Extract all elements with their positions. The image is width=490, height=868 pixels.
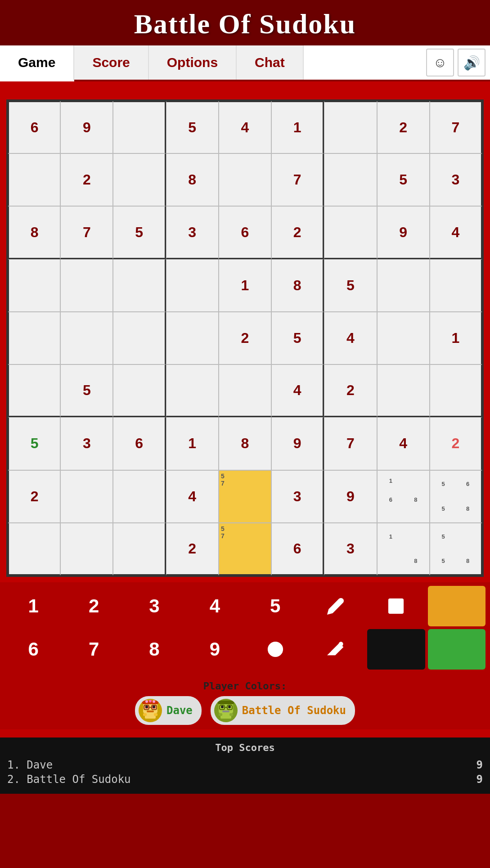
cell-8-1[interactable] xyxy=(60,523,113,576)
cell-5-7[interactable] xyxy=(377,364,430,417)
cell-0-8[interactable]: 7 xyxy=(430,101,482,153)
cell-6-6[interactable]: 7 xyxy=(324,417,377,470)
cell-7-6[interactable]: 9 xyxy=(324,470,377,523)
cell-3-8[interactable] xyxy=(430,259,482,312)
cell-1-2[interactable] xyxy=(113,153,166,206)
cell-3-7[interactable] xyxy=(377,259,430,312)
cell-4-1[interactable] xyxy=(60,312,113,364)
cell-0-4[interactable]: 4 xyxy=(219,101,271,153)
cell-5-4[interactable] xyxy=(219,364,271,417)
numpad-3[interactable]: 3 xyxy=(126,586,183,626)
cell-4-7[interactable] xyxy=(377,312,430,364)
cell-3-1[interactable] xyxy=(60,259,113,312)
numpad-1[interactable]: 1 xyxy=(4,586,62,626)
emoji-button[interactable]: ☺ xyxy=(426,49,454,76)
cell-4-2[interactable] xyxy=(113,312,166,364)
cell-1-4[interactable] xyxy=(219,153,271,206)
cell-7-4[interactable]: 57 xyxy=(219,470,271,523)
color-green-button[interactable] xyxy=(428,629,486,670)
numpad-9[interactable]: 9 xyxy=(186,629,243,670)
cell-2-2[interactable]: 5 xyxy=(113,206,166,259)
cell-5-6[interactable]: 2 xyxy=(324,364,377,417)
cell-2-3[interactable]: 3 xyxy=(166,206,219,259)
cell-6-2[interactable]: 6 xyxy=(113,417,166,470)
cell-4-0[interactable] xyxy=(8,312,60,364)
cell-2-4[interactable]: 6 xyxy=(219,206,271,259)
cell-1-0[interactable] xyxy=(8,153,60,206)
cell-7-7[interactable]: 168 xyxy=(377,470,430,523)
cell-8-5[interactable]: 6 xyxy=(271,523,324,576)
cell-3-0[interactable] xyxy=(8,259,60,312)
sound-button[interactable]: 🔊 xyxy=(458,49,486,76)
cell-5-8[interactable] xyxy=(430,364,482,417)
tab-score[interactable]: Score xyxy=(74,45,148,80)
cell-8-2[interactable] xyxy=(113,523,166,576)
numpad-7[interactable]: 7 xyxy=(65,629,122,670)
cell-6-5[interactable]: 9 xyxy=(271,417,324,470)
cell-0-6[interactable] xyxy=(324,101,377,153)
cell-7-3[interactable]: 4 xyxy=(166,470,219,523)
cell-7-2[interactable] xyxy=(113,470,166,523)
numpad-2[interactable]: 2 xyxy=(65,586,122,626)
cell-0-0[interactable]: 6 xyxy=(8,101,60,153)
cell-2-6[interactable] xyxy=(324,206,377,259)
cell-7-0[interactable]: 2 xyxy=(8,470,60,523)
pencil-button[interactable] xyxy=(307,586,364,626)
numpad-4[interactable]: 4 xyxy=(186,586,243,626)
eraser-button[interactable] xyxy=(307,629,364,670)
cell-2-5[interactable]: 2 xyxy=(271,206,324,259)
numpad-8[interactable]: 8 xyxy=(126,629,183,670)
cell-3-4[interactable]: 1 xyxy=(219,259,271,312)
cell-0-3[interactable]: 5 xyxy=(166,101,219,153)
cell-3-5[interactable]: 8 xyxy=(271,259,324,312)
cell-8-0[interactable] xyxy=(8,523,60,576)
cell-6-7[interactable]: 4 xyxy=(377,417,430,470)
cell-1-5[interactable]: 7 xyxy=(271,153,324,206)
cell-5-0[interactable] xyxy=(8,364,60,417)
cell-0-5[interactable]: 1 xyxy=(271,101,324,153)
tab-options[interactable]: Options xyxy=(149,45,237,80)
cell-0-1[interactable]: 9 xyxy=(60,101,113,153)
cell-0-7[interactable]: 2 xyxy=(377,101,430,153)
cell-2-7[interactable]: 9 xyxy=(377,206,430,259)
cell-6-3[interactable]: 1 xyxy=(166,417,219,470)
cell-6-8[interactable]: 2 xyxy=(430,417,482,470)
cell-2-1[interactable]: 7 xyxy=(60,206,113,259)
cell-7-5[interactable]: 3 xyxy=(271,470,324,523)
cell-1-8[interactable]: 3 xyxy=(430,153,482,206)
cell-4-8[interactable]: 1 xyxy=(430,312,482,364)
cell-5-2[interactable] xyxy=(113,364,166,417)
cell-3-6[interactable]: 5 xyxy=(324,259,377,312)
cell-4-5[interactable]: 5 xyxy=(271,312,324,364)
cell-8-4[interactable]: 57 xyxy=(219,523,271,576)
numpad-6[interactable]: 6 xyxy=(4,629,62,670)
cell-3-2[interactable] xyxy=(113,259,166,312)
no-button[interactable] xyxy=(247,629,304,670)
cell-8-3[interactable]: 2 xyxy=(166,523,219,576)
tab-game[interactable]: Game xyxy=(0,45,74,81)
cell-6-1[interactable]: 3 xyxy=(60,417,113,470)
cell-1-7[interactable]: 5 xyxy=(377,153,430,206)
cell-0-2[interactable] xyxy=(113,101,166,153)
cell-6-4[interactable]: 8 xyxy=(219,417,271,470)
numpad-5[interactable]: 5 xyxy=(247,586,304,626)
cell-1-3[interactable]: 8 xyxy=(166,153,219,206)
color-black-button[interactable] xyxy=(367,629,425,670)
cell-1-6[interactable] xyxy=(324,153,377,206)
cell-8-6[interactable]: 3 xyxy=(324,523,377,576)
cell-1-1[interactable]: 2 xyxy=(60,153,113,206)
cell-4-6[interactable]: 4 xyxy=(324,312,377,364)
cell-5-5[interactable]: 4 xyxy=(271,364,324,417)
cell-2-0[interactable]: 8 xyxy=(8,206,60,259)
cell-8-8[interactable]: 558 xyxy=(430,523,482,576)
cell-7-1[interactable] xyxy=(60,470,113,523)
cell-4-3[interactable] xyxy=(166,312,219,364)
tab-chat[interactable]: Chat xyxy=(237,45,304,80)
cell-5-3[interactable] xyxy=(166,364,219,417)
cell-2-8[interactable]: 4 xyxy=(430,206,482,259)
cell-8-7[interactable]: 18 xyxy=(377,523,430,576)
cell-3-3[interactable] xyxy=(166,259,219,312)
cell-4-4[interactable]: 2 xyxy=(219,312,271,364)
cell-6-0[interactable]: 5 xyxy=(8,417,60,470)
cell-7-8[interactable]: 5658 xyxy=(430,470,482,523)
